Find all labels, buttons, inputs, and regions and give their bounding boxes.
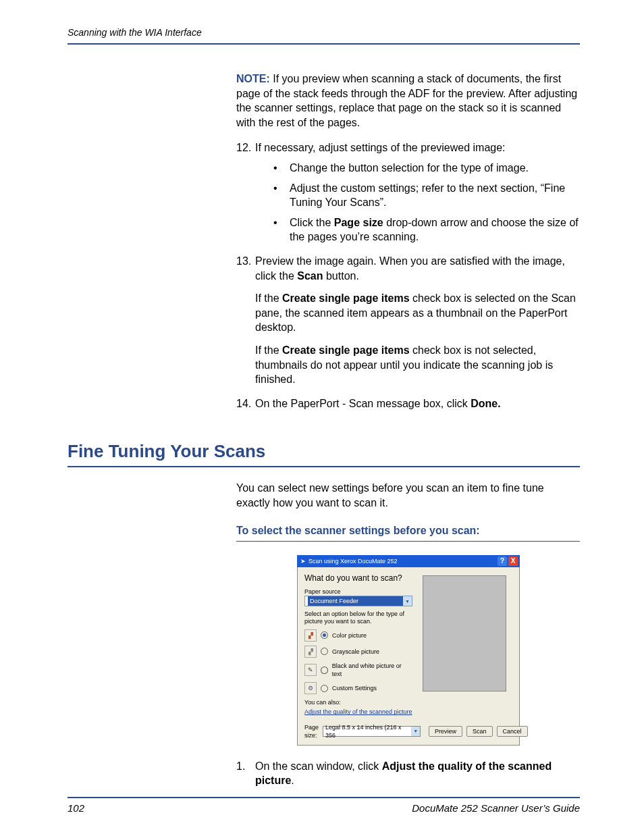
dialog-question: What do you want to scan?: [304, 573, 412, 583]
option-color-picture[interactable]: ▞ Color picture: [304, 629, 412, 642]
option-grayscale-picture[interactable]: ▞ Grayscale picture: [304, 646, 412, 658]
color-picture-icon: ▞: [304, 629, 317, 642]
step-1-number: 1.: [236, 759, 255, 788]
scan-button[interactable]: Scan: [466, 726, 493, 737]
section-heading-fine-tuning: Fine Tuning Your Scans: [68, 441, 580, 467]
custom-settings-icon: ⚙: [304, 682, 317, 694]
option-bw-picture[interactable]: ✎ Black and white picture or text: [304, 662, 412, 678]
page-size-dropdown[interactable]: Legal 8.5 x 14 inches (216 x 356 ▼: [323, 726, 421, 737]
note-label: NOTE:: [236, 73, 270, 84]
close-icon[interactable]: X: [508, 556, 518, 566]
help-icon[interactable]: ?: [498, 556, 507, 566]
step-14-text: On the PaperPort - Scan message box, cli…: [255, 396, 580, 411]
preview-button[interactable]: Preview: [429, 726, 462, 737]
you-can-also-label: You can also:: [304, 698, 412, 706]
paper-source-label: Paper source: [304, 588, 412, 596]
step-13-para2: If the Create single page items check bo…: [255, 291, 580, 335]
bullet-page-size: Click the Page size drop-down arrow and …: [290, 215, 580, 244]
radio-selected-icon: [321, 631, 328, 639]
preview-pane[interactable]: [423, 575, 506, 692]
note-text: If you preview when scanning a stack of …: [236, 73, 577, 128]
select-option-text: Select an option below for the type of p…: [304, 610, 412, 625]
step-13-text: Preview the image again. When you are sa…: [255, 254, 580, 283]
step-14-number: 14.: [236, 396, 255, 411]
dialog-title: Scan using Xerox DocuMate 252: [308, 557, 398, 565]
bullet-dot: •: [273, 215, 290, 244]
dialog-titlebar[interactable]: ➤ Scan using Xerox DocuMate 252 ? X: [297, 555, 520, 567]
page-size-value: Legal 8.5 x 14 inches (216 x 356: [325, 723, 411, 739]
section-intro: You can select new settings before you s…: [236, 481, 580, 510]
step-12-number: 12.: [236, 140, 255, 155]
bullet-custom-settings: Adjust the custom settings; refer to the…: [290, 181, 580, 210]
bullet-change-selection: Change the button selection for the type…: [290, 161, 529, 176]
running-header: Scanning with the WIA Interface: [68, 27, 580, 45]
radio-unselected-icon: [321, 648, 328, 655]
subheading-select-settings: To select the scanner settings before yo…: [236, 523, 580, 542]
adjust-quality-link[interactable]: Adjust the quality of the scanned pictur…: [304, 708, 412, 716]
note-paragraph: NOTE: If you preview when scanning a sta…: [236, 72, 580, 130]
chevron-down-icon: ▼: [411, 727, 420, 736]
step-12-text: If necessary, adjust settings of the pre…: [255, 140, 580, 155]
cancel-button[interactable]: Cancel: [497, 726, 528, 737]
guide-title: DocuMate 252 Scanner User’s Guide: [412, 802, 580, 814]
radio-unselected-icon: [321, 685, 328, 692]
page-number: 102: [68, 802, 84, 814]
step-1-text: On the scan window, click Adjust the qua…: [255, 759, 580, 788]
paper-source-dropdown[interactable]: Document Feeder ▼: [304, 596, 412, 606]
bw-picture-icon: ✎: [304, 664, 317, 676]
bullet-dot: •: [273, 181, 290, 210]
grayscale-picture-icon: ▞: [304, 646, 317, 658]
paper-source-value: Document Feeder: [308, 596, 403, 606]
scanner-icon: ➤: [300, 557, 306, 565]
step-13-para3: If the Create single page items check bo…: [255, 343, 580, 387]
option-custom-settings[interactable]: ⚙ Custom Settings: [304, 682, 412, 694]
radio-unselected-icon: [321, 667, 328, 674]
chevron-down-icon: ▼: [403, 596, 412, 606]
bullet-dot: •: [273, 161, 290, 176]
step-13-number: 13.: [236, 254, 255, 283]
scan-dialog: ➤ Scan using Xerox DocuMate 252 ? X What…: [297, 555, 520, 746]
page-size-label: Page size:: [304, 723, 319, 739]
